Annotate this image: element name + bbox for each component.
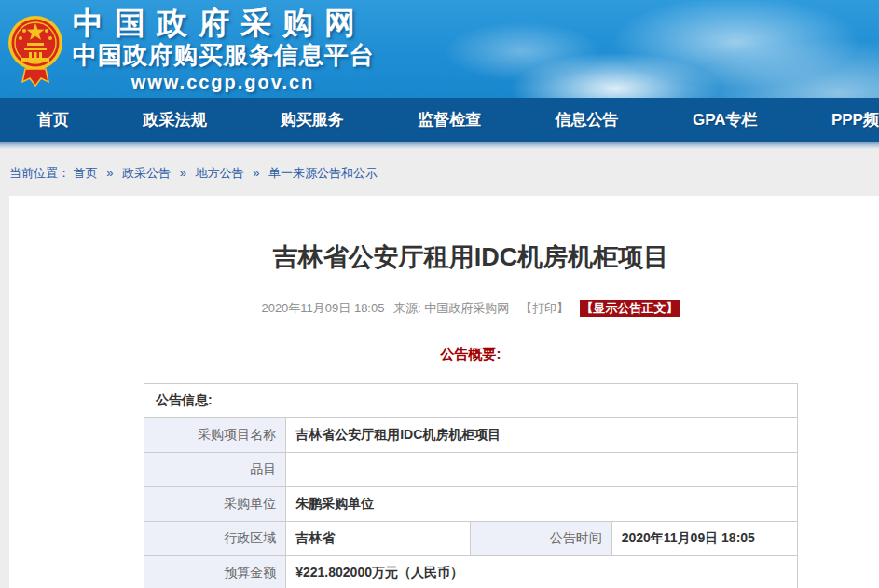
project-name-value: 吉林省公安厅租用IDC机房机柜项目 [286,418,798,453]
nav-item-gpa[interactable]: GPA专栏 [693,109,758,130]
breadcrumb: 当前位置： 首页 » 政采公告 » 地方公告 » 单一来源公告和公示 [0,149,879,193]
table-row: 采购项目名称 吉林省公安厅租用IDC机房机柜项目 [144,418,798,453]
region-label: 行政区域 [144,522,286,556]
main-nav: 首页 政采法规 购买服务 监督检查 信息公告 GPA专栏 PPP频道 [0,98,879,142]
site-title: 中国政府采购网 [73,6,375,41]
breadcrumb-separator: » [180,166,186,180]
nav-item-home[interactable]: 首页 [37,109,69,130]
nav-bottom-gradient [0,142,879,149]
nav-item-purchase-services[interactable]: 购买服务 [281,109,344,130]
article-source: 中国政府采购网 [424,301,509,315]
breadcrumb-procurement-notices[interactable]: 政采公告 [122,166,171,180]
announce-time-label: 公告时间 [471,522,611,556]
content-card: 吉林省公安厅租用IDC机房机柜项目 2020年11月09日 18:05 来源: … [9,196,879,588]
nav-item-supervision[interactable]: 监督检查 [418,109,481,130]
site-subtitle: 中国政府购买服务信息平台 [73,41,375,70]
summary-heading: 公告概要: [9,346,879,363]
breadcrumb-home[interactable]: 首页 [74,166,98,180]
article-datetime: 2020年11月09日 18:05 [261,301,384,315]
budget-label: 预算金额 [144,556,286,588]
table-row: 行政区域 吉林省 公告时间 2020年11月09日 18:05 [144,522,798,556]
table-section-row: 公告信息: [144,384,798,418]
nav-item-ppp[interactable]: PPP频道 [831,109,879,130]
nav-item-announcements[interactable]: 信息公告 [556,109,619,130]
site-url: www.ccgp.gov.cn [73,70,373,94]
project-name-label: 采购项目名称 [144,418,286,453]
show-notice-button[interactable]: 【显示公告正文】 [580,300,680,317]
breadcrumb-single-source[interactable]: 单一来源公告和公示 [268,166,378,180]
table-row: 品目 [144,453,798,487]
breadcrumb-prefix: 当前位置： [9,166,70,180]
announce-time-value: 2020年11月09日 18:05 [611,522,797,556]
table-row: 预算金额 ¥221.802000万元（人民币） [144,556,798,588]
category-value [286,453,798,487]
nav-item-regulations[interactable]: 政采法规 [143,109,206,130]
region-value: 吉林省 [286,522,471,556]
breadcrumb-separator: » [106,166,113,180]
purchaser-label: 采购单位 [144,487,286,522]
budget-value: ¥221.802000万元（人民币） [286,556,798,588]
table-row: 采购单位 朱鹏采购单位 [144,487,798,522]
category-label: 品目 [144,453,286,487]
section-title-cell: 公告信息: [144,384,798,418]
article-source-label: 来源: [393,301,421,315]
breadcrumb-local-notices[interactable]: 地方公告 [196,166,244,180]
announcement-table: 公告信息: 采购项目名称 吉林省公安厅租用IDC机房机柜项目 品目 采购单位 朱… [144,383,798,588]
print-button[interactable]: 【打印】 [520,301,569,315]
purchaser-value: 朱鹏采购单位 [286,487,798,522]
site-brand[interactable]: 中国政府采购网 中国政府购买服务信息平台 www.ccgp.gov.cn [7,6,375,95]
article-title: 吉林省公安厅租用IDC机房机柜项目 [9,242,879,272]
site-header: 中国政府采购网 中国政府购买服务信息平台 www.ccgp.gov.cn [0,0,879,98]
national-emblem-icon [7,9,63,95]
breadcrumb-separator: » [253,166,259,180]
article-meta: 2020年11月09日 18:05 来源: 中国政府采购网 【打印】 【显示公告… [9,300,879,316]
